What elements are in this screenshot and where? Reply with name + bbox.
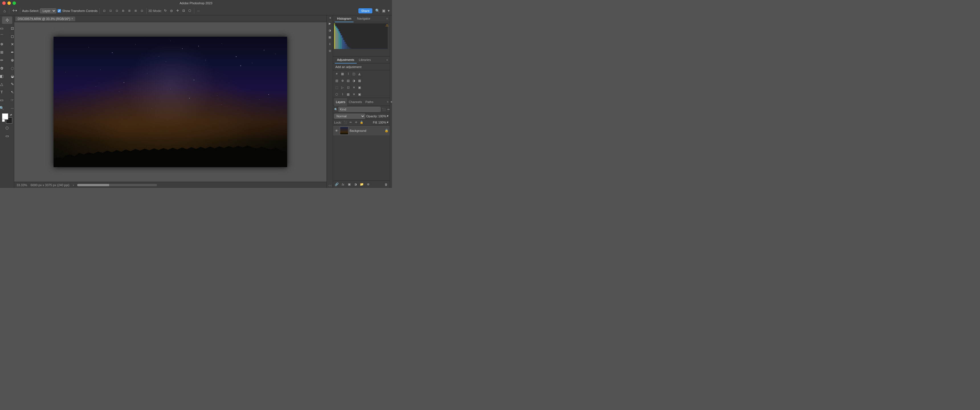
right-panel-collapse-handle[interactable]: ◀	[390, 15, 392, 188]
brightness-contrast-button[interactable]: ☀	[334, 71, 339, 76]
layer-visibility-button[interactable]: 👁	[334, 129, 339, 133]
quick-select-tool[interactable]: ✕	[7, 40, 14, 48]
lock-all-button[interactable]: 🔒	[359, 120, 364, 125]
curves2-button[interactable]: ⌇	[340, 92, 345, 97]
opacity-value[interactable]: 100%	[378, 114, 386, 118]
align-center-h-button[interactable]: ⊡	[108, 8, 113, 14]
selective-color-button[interactable]: ⬡	[334, 92, 339, 97]
shape-tool[interactable]: △	[0, 80, 7, 88]
tab-libraries[interactable]: Libraries	[357, 57, 373, 64]
play-action-button[interactable]: ▶	[327, 21, 332, 26]
bw-button[interactable]: ▤	[345, 78, 351, 83]
3d-rotate-button[interactable]: ↻	[163, 8, 168, 13]
rectangle-tool[interactable]: ▭	[0, 96, 7, 103]
minimize-button[interactable]	[7, 2, 11, 5]
layers-search-input[interactable]	[339, 107, 380, 112]
burn-tool[interactable]: ◒	[7, 72, 14, 80]
tab-close-button[interactable]: ×	[72, 17, 73, 20]
zoom-tool[interactable]: 🔍	[0, 104, 7, 111]
fill-arrow[interactable]: ▾	[387, 121, 388, 124]
grid-icon-button[interactable]: ⊞	[327, 48, 332, 53]
default-colors-button[interactable]	[2, 119, 5, 122]
histogram-panel-menu[interactable]: ≡	[386, 17, 388, 20]
layer-item-background[interactable]: 👁 Background 🔒	[333, 126, 390, 136]
posterize-button[interactable]: ⊡	[345, 85, 351, 90]
adjustments-icon-button[interactable]: ◑	[327, 28, 332, 33]
info-icon-button[interactable]: ℹ	[327, 41, 332, 46]
3d-scale-button[interactable]: ⬡	[187, 8, 192, 13]
document-tab[interactable]: DSC00579.ARW @ 33.3% (RGB/16*) ×	[15, 16, 75, 21]
transform-controls-checkbox[interactable]	[57, 9, 61, 13]
quick-mask-tool[interactable]: ⬡	[2, 124, 12, 132]
layout-button[interactable]: ▣	[382, 8, 386, 13]
extra-tool[interactable]: ···	[7, 104, 14, 111]
new-group-button[interactable]: 📁	[359, 182, 364, 187]
magic-wand-tool[interactable]: ✲	[0, 40, 7, 48]
foreground-color-swatch[interactable]	[2, 113, 8, 119]
screen-mode-tool[interactable]: ▭	[2, 132, 12, 140]
hand-tool[interactable]: ☞	[7, 96, 14, 103]
tab-navigator[interactable]: Navigator	[355, 15, 372, 22]
vibrance-button[interactable]: ◭	[357, 71, 362, 76]
clone-tool[interactable]: ✿	[0, 64, 7, 72]
levels-button[interactable]: ▦	[340, 71, 345, 76]
close-button[interactable]	[2, 2, 6, 5]
add-mask-button[interactable]: ▣	[347, 182, 352, 187]
color-swatches[interactable]: ⇌	[2, 113, 12, 124]
exposure-button[interactable]: ◫	[351, 71, 356, 76]
tab-adjustments[interactable]: Adjustments	[335, 57, 357, 64]
color-lookup-button[interactable]: ⬚	[334, 85, 339, 90]
workspace-dropdown-button[interactable]: ▾	[387, 8, 390, 13]
hsl-button[interactable]: ▥	[334, 78, 339, 83]
transform-tool[interactable]: ⊡	[7, 24, 14, 32]
side-collapse-button[interactable]: ◁◁	[328, 184, 332, 187]
levels2-button[interactable]: ▦	[345, 92, 351, 97]
tab-paths[interactable]: Paths	[364, 98, 375, 106]
new-fill-button[interactable]: ◑	[353, 182, 358, 187]
gradient-tool[interactable]: ◧	[0, 72, 7, 80]
align-right-button[interactable]: ⊡	[114, 8, 120, 14]
adjustments2-icon-button[interactable]: ▦	[327, 35, 332, 40]
share-button[interactable]: Share	[358, 8, 372, 13]
path-select-tool[interactable]: ↖	[7, 88, 14, 96]
filter-adjustment-button[interactable]: ✏	[386, 107, 390, 111]
crop-tool[interactable]: ⊞	[0, 48, 7, 56]
pen-tool[interactable]: ✎	[7, 80, 14, 88]
rectangular-marquee-tool[interactable]: ▭	[0, 24, 7, 32]
canvas-viewport[interactable]	[14, 22, 326, 182]
layer-dropdown[interactable]: Layer	[40, 8, 56, 13]
distribute-button[interactable]: ⊡	[139, 8, 145, 14]
align-top-button[interactable]: ⊞	[120, 8, 126, 14]
tab-histogram[interactable]: Histogram	[335, 15, 353, 22]
filter-pixel-button[interactable]: ⬛	[382, 107, 386, 111]
lock-pixels-button[interactable]: ⬛	[343, 120, 348, 125]
side-expand-button[interactable]: ◀	[329, 16, 331, 19]
opacity-arrow[interactable]: ▾	[387, 114, 388, 118]
extra-adj-button[interactable]: ▣	[357, 92, 362, 97]
gradient-map-button[interactable]: ▣	[357, 85, 362, 90]
invert-button[interactable]: ▷	[340, 85, 345, 90]
brightness2-button[interactable]: ✕	[351, 92, 356, 97]
delete-layer-button[interactable]: 🗑	[383, 182, 388, 187]
align-bottom-button[interactable]: ⊞	[133, 8, 138, 14]
photo-filter-button[interactable]: ◑	[351, 78, 356, 83]
tab-layers[interactable]: Layers	[334, 98, 347, 106]
more-options-button[interactable]: ···	[196, 8, 201, 13]
fx-button[interactable]: fx	[340, 182, 345, 187]
align-middle-v-button[interactable]: ⊞	[126, 8, 132, 14]
move-tool[interactable]	[2, 16, 12, 24]
brush-tool[interactable]: ✏	[0, 56, 7, 64]
eyedropper-tool[interactable]: ✒	[7, 48, 14, 56]
eraser-tool[interactable]: ◌	[7, 64, 14, 72]
layers-panel-menu[interactable]: ≡	[387, 100, 388, 103]
search-button[interactable]: 🔍	[375, 8, 380, 13]
link-layers-button[interactable]: 🔗	[334, 182, 339, 187]
subject-select-tool[interactable]: ◻	[7, 32, 14, 40]
threshold-button[interactable]: ✕	[351, 85, 356, 90]
align-left-button[interactable]: ⊡	[102, 8, 107, 14]
lock-image-button[interactable]: ✏	[348, 120, 353, 125]
adjustments-panel-menu[interactable]: ≡	[386, 58, 388, 62]
fill-value[interactable]: 100%	[378, 121, 386, 124]
3d-pan-button[interactable]: ✛	[175, 8, 180, 13]
lasso-tool[interactable]: ⌒	[0, 32, 7, 40]
